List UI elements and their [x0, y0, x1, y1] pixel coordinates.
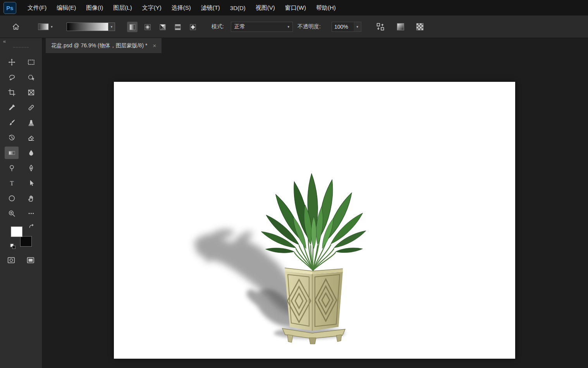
- panel-grip-handle[interactable]: [13, 47, 29, 48]
- tool-lasso[interactable]: [5, 71, 19, 83]
- transparency-button[interactable]: [414, 21, 426, 33]
- zoom-tool-icon: [8, 210, 15, 217]
- lasso-tool-icon: [8, 74, 15, 81]
- angle-gradient-icon: [159, 24, 166, 31]
- tool-spot-healing-brush[interactable]: [24, 101, 38, 114]
- menu-window[interactable]: 窗口(W): [280, 0, 311, 16]
- tab-bar: 花盆.psd @ 76.9% (物体，图层蒙版/8) * ×: [42, 38, 588, 53]
- tool-preset-chevron-icon: ▾: [51, 25, 53, 29]
- document-tab[interactable]: 花盆.psd @ 76.9% (物体，图层蒙版/8) * ×: [46, 38, 162, 53]
- home-button[interactable]: [10, 21, 22, 33]
- brush-tool-icon: [8, 119, 15, 126]
- menu-select[interactable]: 选择(S): [167, 0, 196, 16]
- tool-zoom[interactable]: [5, 207, 19, 219]
- tool-pen[interactable]: [24, 162, 38, 174]
- tool-eraser[interactable]: [24, 131, 38, 144]
- marquee-tool-icon: [28, 59, 35, 66]
- background-color-swatch[interactable]: [20, 236, 32, 247]
- reverse-gradient-button[interactable]: [374, 21, 387, 33]
- screen-mode-icon: [26, 256, 35, 264]
- quick-mask-icon: [7, 256, 15, 264]
- radial-gradient-button[interactable]: [142, 22, 153, 32]
- tool-brush[interactable]: [5, 116, 19, 129]
- diamond-gradient-button[interactable]: [187, 22, 198, 32]
- menu-layer[interactable]: 图层(L): [108, 0, 137, 16]
- tool-dodge[interactable]: [5, 162, 19, 174]
- gradient-picker-chevron[interactable]: ▾: [108, 22, 115, 31]
- document-area: 花盆.psd @ 76.9% (物体，图层蒙版/8) * ×: [42, 38, 588, 368]
- chevron-down-icon: ▾: [111, 25, 113, 29]
- healing-brush-tool-icon: [28, 104, 35, 111]
- tool-hand[interactable]: [24, 192, 38, 204]
- tool-object-selection[interactable]: [24, 71, 38, 83]
- canvas-workspace[interactable]: [42, 53, 588, 368]
- opacity-input[interactable]: [332, 22, 354, 32]
- tool-type[interactable]: T: [5, 177, 19, 189]
- gradient-tool-icon: [8, 149, 15, 157]
- tool-crop[interactable]: [5, 86, 19, 98]
- menu-3d[interactable]: 3D(D): [225, 0, 251, 16]
- linear-gradient-button[interactable]: [127, 22, 138, 32]
- menu-image[interactable]: 图像(I): [81, 0, 108, 16]
- home-icon: [12, 23, 20, 31]
- reflected-gradient-button[interactable]: [172, 22, 183, 32]
- quick-mask-button[interactable]: [5, 254, 18, 266]
- crop-tool-icon: [8, 89, 15, 96]
- gradient-preview[interactable]: [67, 22, 108, 31]
- linear-gradient-icon: [129, 24, 136, 31]
- diamond-gradient-icon: [189, 24, 196, 31]
- pen-tool-icon: [28, 164, 35, 172]
- transparency-checkerboard-icon: [416, 22, 424, 31]
- photoshop-logo[interactable]: Ps: [3, 2, 16, 14]
- default-colors-button[interactable]: [10, 244, 16, 250]
- hand-tool-icon: [28, 195, 35, 202]
- opacity-stepper[interactable]: ▾: [354, 22, 361, 32]
- dodge-tool-icon: [8, 164, 15, 172]
- reflected-gradient-icon: [174, 24, 181, 31]
- menu-file[interactable]: 文件(F): [22, 0, 52, 16]
- default-colors-icon: [10, 244, 16, 249]
- menu-edit[interactable]: 编辑(E): [52, 0, 81, 16]
- dither-button[interactable]: [394, 21, 407, 33]
- tool-gradient[interactable]: [5, 147, 19, 159]
- radial-gradient-icon: [144, 24, 151, 31]
- tool-preset-picker[interactable]: ▾: [34, 22, 57, 32]
- move-tool-icon: [8, 59, 15, 66]
- menu-type[interactable]: 文字(Y): [137, 0, 167, 16]
- blur-tool-icon: [28, 149, 35, 157]
- plant-artwork: [114, 82, 515, 359]
- tool-more-tools[interactable]: [24, 207, 38, 219]
- object-selection-tool-icon: [28, 74, 35, 81]
- collapse-panel-button[interactable]: ‹‹: [3, 39, 5, 44]
- tool-move[interactable]: [5, 56, 19, 68]
- chevron-down-icon: ▾: [356, 25, 358, 29]
- menu-view[interactable]: 视图(V): [251, 0, 280, 16]
- document-canvas[interactable]: [114, 82, 515, 359]
- tool-ellipse-shape[interactable]: [5, 192, 19, 204]
- menu-filter[interactable]: 滤镜(T): [196, 0, 225, 16]
- tool-frame[interactable]: [24, 86, 38, 98]
- type-tool-icon: T: [8, 180, 15, 187]
- mode-select[interactable]: 正常 ▾: [231, 22, 293, 32]
- tab-close-icon[interactable]: ×: [153, 42, 156, 49]
- foreground-color-swatch[interactable]: [11, 226, 22, 237]
- tool-history-brush[interactable]: [5, 131, 19, 144]
- tool-eyedropper[interactable]: [5, 101, 19, 114]
- swap-colors-button[interactable]: [29, 224, 36, 231]
- path-selection-tool-icon: [28, 180, 35, 187]
- screen-mode-button[interactable]: [24, 254, 37, 266]
- mode-value: 正常: [234, 23, 245, 30]
- more-tools-icon: [28, 210, 35, 217]
- tool-path-selection[interactable]: [24, 177, 38, 189]
- menu-help[interactable]: 帮助(H): [311, 0, 341, 16]
- tool-rectangular-marquee[interactable]: [24, 56, 38, 68]
- options-bar: ▾ ▾ 模式: 正常 ▾ 不透明度:: [0, 16, 588, 38]
- clone-stamp-tool-icon: [28, 119, 35, 126]
- tool-blur[interactable]: [24, 147, 38, 159]
- plant-leaves: [260, 173, 367, 254]
- opacity-label: 不透明度:: [297, 16, 321, 38]
- ellipse-shape-tool-icon: [8, 195, 15, 202]
- swap-colors-icon: [29, 224, 35, 230]
- angle-gradient-button[interactable]: [157, 22, 168, 32]
- tool-clone-stamp[interactable]: [24, 116, 38, 129]
